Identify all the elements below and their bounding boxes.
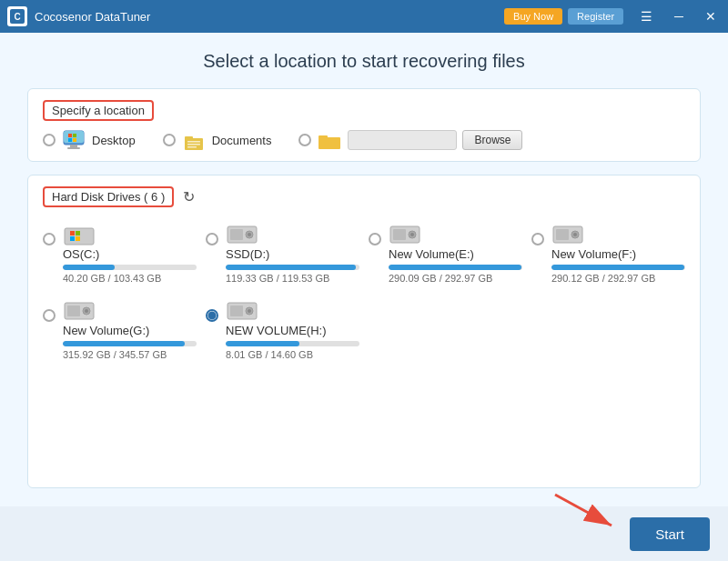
radio-documents[interactable]: [163, 134, 176, 146]
drive-info-h: NEW VOLUME(H:) 8.01 GB / 14.60 GB: [226, 296, 359, 360]
svg-rect-22: [76, 236, 80, 241]
drive-info-d: SSD(D:) 119.33 GB / 119.53 GB: [226, 220, 359, 284]
app-title: Cocosenor DataTuner: [35, 10, 504, 24]
drives-grid: OS(C:) 40.20 GB / 103.43 GB: [43, 220, 685, 360]
drive-item: New Volume(G:) 315.92 GB / 345.57 GB: [43, 296, 197, 360]
svg-point-42: [248, 309, 251, 313]
documents-label: Documents: [212, 134, 272, 147]
svg-rect-21: [70, 236, 75, 241]
svg-rect-6: [68, 134, 72, 137]
drive-item: OS(C:) 40.20 GB / 103.43 GB: [43, 220, 197, 284]
svg-rect-32: [556, 229, 569, 240]
hdd-title: Hard Disk Drives ( 6 ): [43, 186, 174, 207]
drive-item: New Volume(E:) 290.09 GB / 292.97 GB: [369, 220, 522, 284]
svg-rect-36: [67, 306, 80, 316]
menu-icon[interactable]: ☰: [636, 8, 657, 25]
start-button[interactable]: Start: [630, 517, 710, 551]
svg-rect-12: [187, 141, 200, 143]
drive-icon-g: [63, 296, 96, 324]
documents-icon: [181, 130, 207, 150]
drive-info-e: New Volume(E:) 290.09 GB / 292.97 GB: [389, 220, 522, 284]
radio-drive-h[interactable]: [206, 309, 218, 322]
desktop-label: Desktop: [92, 134, 136, 147]
close-button[interactable]: ✕: [701, 8, 721, 25]
drive-name-g: New Volume(G:): [63, 324, 197, 337]
drive-item: SSD(D:) 119.33 GB / 119.53 GB: [206, 220, 359, 284]
svg-rect-11: [185, 136, 193, 140]
svg-rect-40: [230, 306, 243, 316]
drive-item: NEW VOLUME(H:) 8.01 GB / 14.60 GB: [206, 296, 359, 360]
radio-drive-g[interactable]: [43, 309, 56, 322]
drive-icon-f: [551, 220, 584, 247]
drive-icon-c: [63, 220, 96, 247]
radio-drive-f[interactable]: [531, 233, 544, 245]
svg-point-34: [573, 233, 577, 236]
hdd-header: Hard Disk Drives ( 6 ) ↻: [43, 186, 685, 207]
svg-rect-13: [187, 144, 200, 145]
svg-rect-14: [187, 146, 197, 148]
drive-bar-c: [63, 265, 197, 270]
buy-now-button[interactable]: Buy Now: [504, 8, 562, 25]
radio-drive-e[interactable]: [369, 233, 381, 245]
svg-point-26: [248, 233, 251, 236]
custom-folder-icon: [317, 130, 342, 150]
drive-info-g: New Volume(G:) 315.92 GB / 345.57 GB: [63, 296, 197, 360]
minimize-button[interactable]: ─: [670, 8, 688, 25]
svg-rect-8: [68, 138, 72, 142]
svg-rect-28: [393, 229, 406, 240]
drive-size-h: 8.01 GB / 14.60 GB: [226, 349, 359, 360]
svg-text:C: C: [14, 12, 20, 22]
radio-drive-d[interactable]: [206, 233, 218, 245]
radio-drive-c[interactable]: [43, 233, 56, 245]
specify-location-section: Specify a location: [27, 88, 701, 162]
drive-size-f: 290.12 GB / 292.97 GB: [551, 273, 685, 284]
svg-rect-7: [73, 134, 76, 137]
svg-point-38: [85, 309, 88, 313]
location-options-row: Desktop Documents: [43, 130, 685, 150]
drive-bar-d: [226, 265, 359, 270]
hdd-section: Hard Disk Drives ( 6 ) ↻: [27, 175, 701, 488]
location-documents[interactable]: Documents: [163, 130, 272, 150]
page-title: Select a location to start recovering fi…: [27, 51, 701, 72]
titlebar-actions: Buy Now Register ☰ ─ ✕: [504, 8, 721, 25]
svg-rect-24: [230, 229, 243, 240]
drive-size-g: 315.92 GB / 345.57 GB: [63, 349, 197, 360]
drive-info-c: OS(C:) 40.20 GB / 103.43 GB: [63, 220, 197, 284]
register-button[interactable]: Register: [568, 8, 623, 25]
drive-icon-e: [389, 220, 421, 247]
bottom-bar: Start: [0, 506, 728, 561]
app-logo: C: [7, 6, 27, 26]
drive-name-f: New Volume(F:): [551, 247, 685, 261]
svg-rect-4: [70, 145, 77, 147]
drive-bar-g: [63, 341, 197, 346]
svg-rect-19: [70, 231, 75, 235]
drive-size-d: 119.33 GB / 119.53 GB: [226, 273, 359, 284]
svg-rect-20: [76, 231, 80, 235]
svg-point-30: [410, 233, 414, 236]
titlebar: C Cocosenor DataTuner Buy Now Register ☰…: [0, 0, 728, 33]
svg-rect-5: [67, 147, 80, 149]
svg-line-44: [555, 495, 612, 526]
custom-path-input[interactable]: [348, 130, 457, 150]
drive-size-e: 290.09 GB / 292.97 GB: [389, 273, 522, 284]
refresh-icon[interactable]: ↻: [183, 188, 195, 205]
specify-location-label: Specify a location: [43, 100, 154, 121]
drive-bar-h: [226, 341, 359, 346]
location-desktop[interactable]: Desktop: [43, 130, 136, 150]
drive-size-c: 40.20 GB / 103.43 GB: [63, 273, 197, 284]
desktop-icon: [61, 130, 86, 150]
radio-desktop[interactable]: [43, 134, 56, 146]
drive-icon-d: [226, 220, 258, 247]
drive-icon-h: [226, 296, 258, 324]
arrow-indicator: [546, 486, 628, 536]
drive-info-f: New Volume(F:) 290.12 GB / 292.97 GB: [551, 220, 685, 284]
location-custom[interactable]: Browse: [298, 130, 522, 150]
drive-item: New Volume(F:) 290.12 GB / 292.97 GB: [531, 220, 685, 284]
main-content: Select a location to start recovering fi…: [0, 33, 728, 506]
svg-rect-9: [73, 138, 76, 142]
browse-button[interactable]: Browse: [462, 130, 522, 150]
radio-custom[interactable]: [298, 134, 311, 146]
drive-bar-f: [551, 265, 685, 270]
drive-bar-e: [389, 265, 522, 270]
svg-rect-16: [318, 135, 328, 139]
